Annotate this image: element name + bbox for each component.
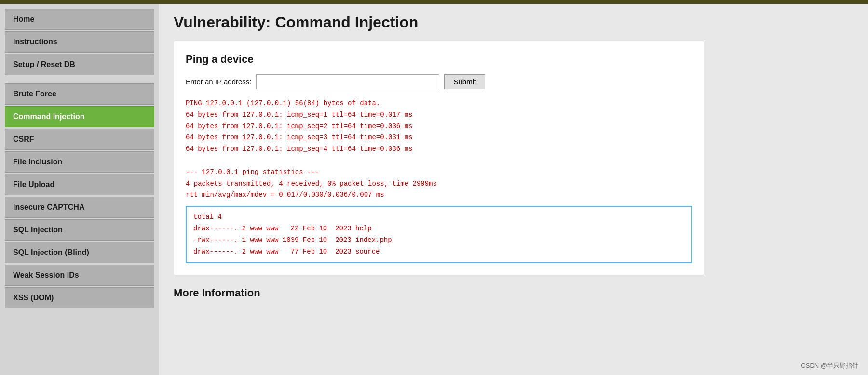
sidebar-item-file-inclusion[interactable]: File Inclusion [5, 151, 154, 173]
sidebar: Home Instructions Setup / Reset DB Brute… [0, 4, 159, 375]
submit-button[interactable]: Submit [444, 74, 485, 89]
ls-output-box: total 4 drwx------. 2 www www 22 Feb 10 … [186, 206, 692, 263]
sidebar-item-insecure-captcha[interactable]: Insecure CAPTCHA [5, 197, 154, 218]
main-content: Vulnerability: Command Injection Ping a … [159, 4, 868, 375]
more-info-heading: More Information [174, 287, 854, 299]
sidebar-divider [5, 80, 154, 83]
sidebar-item-file-upload[interactable]: File Upload [5, 174, 154, 195]
sidebar-item-weak-session-ids[interactable]: Weak Session IDs [5, 265, 154, 286]
sidebar-item-brute-force[interactable]: Brute Force [5, 83, 154, 105]
ip-label: Enter an IP address: [186, 78, 251, 86]
sidebar-item-instructions[interactable]: Instructions [5, 31, 154, 53]
sidebar-item-csrf[interactable]: CSRF [5, 129, 154, 150]
sidebar-group-bottom: Brute Force Command Injection CSRF File … [5, 83, 154, 310]
content-box: Ping a device Enter an IP address: Submi… [174, 41, 704, 275]
sidebar-item-command-injection[interactable]: Command Injection [5, 106, 154, 127]
section-title: Ping a device [186, 53, 692, 66]
sidebar-group-top: Home Instructions Setup / Reset DB [5, 9, 154, 77]
sidebar-item-home[interactable]: Home [5, 9, 154, 30]
ping-output: PING 127.0.0.1 (127.0.0.1) 56(84) bytes … [186, 98, 692, 201]
top-bar [0, 0, 868, 4]
footer-credit: CSDN @半只野指针 [801, 362, 858, 370]
sidebar-item-sql-injection-blind[interactable]: SQL Injection (Blind) [5, 242, 154, 263]
sidebar-item-sql-injection[interactable]: SQL Injection [5, 219, 154, 241]
page-title: Vulnerability: Command Injection [174, 13, 854, 31]
ping-form: Enter an IP address: Submit [186, 74, 692, 89]
ip-input[interactable] [256, 74, 439, 89]
sidebar-item-setup-reset-db[interactable]: Setup / Reset DB [5, 54, 154, 75]
sidebar-item-xss-dom[interactable]: XSS (DOM) [5, 287, 154, 308]
